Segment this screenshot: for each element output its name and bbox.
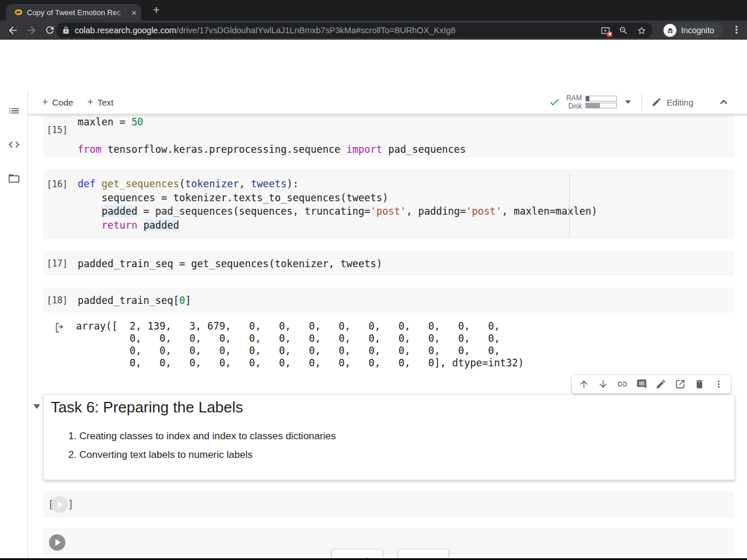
run-cell-area[interactable] — [48, 533, 71, 552]
media-badge — [607, 32, 612, 37]
ram-label: RAM — [566, 94, 582, 102]
incognito-badge: Incognito — [662, 22, 722, 38]
run-cell-icon[interactable] — [49, 534, 65, 551]
empty-code-cell[interactable]: [ ] — [43, 491, 735, 518]
code-editor[interactable]: padded_train_seq[0] — [78, 294, 729, 308]
delete-cell-icon[interactable] — [694, 379, 705, 390]
resources-dropdown-icon[interactable] — [625, 100, 631, 104]
table-of-contents-icon[interactable] — [8, 104, 20, 117]
insert-code-cell-button[interactable]: + Code — [331, 549, 383, 558]
output-text: array([ 2, 139, 3, 679, 0, 0, 0, 0, 0, 0… — [76, 320, 524, 369]
insert-text-cell-button[interactable]: + Text — [398, 549, 449, 558]
execution-count[interactable]: [18] — [47, 295, 68, 306]
mirror-cell-in-tab-icon[interactable] — [675, 379, 686, 390]
code-line: padded_train_seq = get_sequences(tokeniz… — [78, 257, 729, 271]
notebook-toolbar: + Code + Text RAM Disk Editing — [28, 90, 747, 114]
move-cell-up-icon[interactable] — [578, 379, 589, 390]
code-cell-15: [15] maxlen = 50 from tensorflow.keras.p… — [43, 115, 735, 158]
run-cell-area[interactable]: [ ] — [48, 495, 71, 514]
resource-meters[interactable] — [585, 94, 617, 110]
add-comment-icon[interactable] — [636, 379, 647, 390]
colab-window: Copy of Tweet Emotion Rec × + colab.rese… — [0, 0, 747, 560]
section-list: Creating classes to index and index to c… — [44, 430, 336, 467]
disk-label: Disk — [566, 102, 582, 110]
incognito-icon — [664, 24, 676, 37]
cell-action-toolbar — [572, 375, 731, 393]
move-cell-down-icon[interactable] — [598, 379, 609, 390]
tab-close-icon[interactable]: × — [131, 8, 137, 17]
add-text-button[interactable]: + Text — [87, 96, 113, 108]
add-code-button[interactable]: + Code — [42, 96, 73, 108]
media-controls-icon[interactable] — [601, 26, 610, 36]
output-line: 0, 0, 0, 0, 0, 0, 0, 0, 0, 0, 0, 0, 0, — [76, 332, 524, 345]
notebook-content: [15] maxlen = 50 from tensorflow.keras.p… — [28, 114, 747, 558]
output-line: array([ 2, 139, 3, 679, 0, 0, 0, 0, 0, 0… — [76, 320, 524, 332]
add-code-label: Code — [53, 97, 74, 107]
code-snippets-icon[interactable] — [8, 138, 20, 151]
code-line: return padded — [78, 219, 729, 233]
code-line: from tensorflow.keras.preprocessing.sequ… — [78, 143, 729, 157]
url-path: /drive/17vsDGldouhaIYwlLaJ1LnBmxb7sP3kMa… — [176, 26, 455, 35]
resource-labels[interactable]: RAM Disk — [566, 94, 582, 110]
collapse-header-icon[interactable] — [717, 95, 731, 109]
output-line: 0, 0, 0, 0, 0, 0, 0, 0, 0, 0, 0, 0, 0, — [76, 345, 524, 357]
code-line — [78, 130, 729, 144]
bookmark-star-icon[interactable] — [637, 26, 647, 36]
editing-mode-button[interactable]: Editing — [666, 97, 693, 107]
url-text: colab.research.google.com/drive/17vsDGld… — [75, 26, 592, 35]
column-ruler — [569, 174, 570, 237]
execution-count[interactable]: [16] — [47, 179, 68, 190]
disk-meter — [585, 103, 617, 108]
back-icon[interactable] — [7, 24, 19, 36]
edit-cell-icon[interactable] — [655, 379, 666, 390]
divider — [641, 93, 642, 111]
editing-pencil-icon — [651, 97, 662, 107]
zoom-icon[interactable] — [619, 26, 629, 36]
address-bar[interactable]: colab.research.google.com/drive/17vsDGld… — [56, 23, 652, 38]
plus-icon: + — [87, 96, 93, 108]
colab-header: Copy of Tweet Emotion Recognition - Lear… — [0, 40, 747, 90]
colab-favicon-icon — [13, 9, 22, 16]
markdown-cell[interactable]: Task 6: Preparing the Labels Creating cl… — [43, 394, 735, 480]
forward-icon[interactable] — [26, 24, 37, 36]
code-line: padded_train_seq[0] — [78, 294, 729, 308]
browser-menu-icon[interactable] — [731, 24, 742, 36]
lock-icon — [62, 26, 70, 34]
execution-count[interactable]: [17] — [47, 258, 68, 269]
output-line: 0, 0, 0, 0, 0, 0, 0, 0, 0, 0, 0], dtype=… — [76, 357, 524, 369]
execution-count[interactable]: [15] — [47, 125, 68, 135]
code-editor[interactable]: padded_train_seq = get_sequences(tokeniz… — [78, 257, 729, 271]
empty-code-cell[interactable] — [43, 528, 735, 555]
collapse-section-icon[interactable] — [33, 404, 40, 409]
connected-check-icon — [549, 96, 560, 108]
output-icon — [54, 321, 67, 334]
code-cell-18: [18] padded_train_seq[0] — [43, 288, 735, 313]
code-line: sequences = tokenizer.texts_to_sequences… — [78, 191, 729, 205]
new-tab-button[interactable]: + — [149, 4, 163, 16]
code-line: def get_sequences(tokenizer, tweets): — [78, 177, 729, 191]
code-cell-17: [17] padded_train_seq = get_sequences(to… — [43, 251, 735, 276]
tab-title: Copy of Tweet Emotion Rec — [27, 8, 129, 17]
url-domain: colab.research.google.com — [75, 26, 176, 35]
copy-link-to-cell-icon[interactable] — [617, 379, 628, 390]
add-text-label: Text — [97, 97, 114, 107]
browser-tab-bar: Copy of Tweet Emotion Rec × + — [0, 0, 747, 20]
files-folder-icon[interactable] — [8, 172, 20, 185]
incognito-label: Incognito — [681, 26, 714, 35]
code-cell-16: [16] def get_sequences(tokenizer, tweets… — [43, 169, 735, 239]
list-item: Converting text labels to numeric labels — [79, 449, 336, 461]
code-line: maxlen = 50 — [78, 116, 729, 130]
browser-url-bar: colab.research.google.com/drive/17vsDGld… — [0, 20, 747, 40]
left-sidebar — [0, 90, 28, 558]
code-editor[interactable]: def get_sequences(tokenizer, tweets): se… — [78, 177, 729, 232]
ram-meter — [585, 96, 617, 102]
section-heading: Task 6: Preparing the Labels — [51, 398, 243, 416]
more-cell-actions-icon[interactable] — [713, 379, 724, 390]
run-cell-icon[interactable] — [51, 496, 68, 513]
scroll-shadow — [28, 114, 747, 117]
browser-tab[interactable]: Copy of Tweet Emotion Rec × — [6, 4, 141, 20]
code-editor[interactable]: maxlen = 50 from tensorflow.keras.prepro… — [78, 116, 729, 157]
list-item: Creating classes to index and index to c… — [79, 430, 336, 442]
reload-icon[interactable] — [44, 24, 56, 36]
code-line: padded = pad_sequences(sequences, trunca… — [78, 205, 729, 219]
